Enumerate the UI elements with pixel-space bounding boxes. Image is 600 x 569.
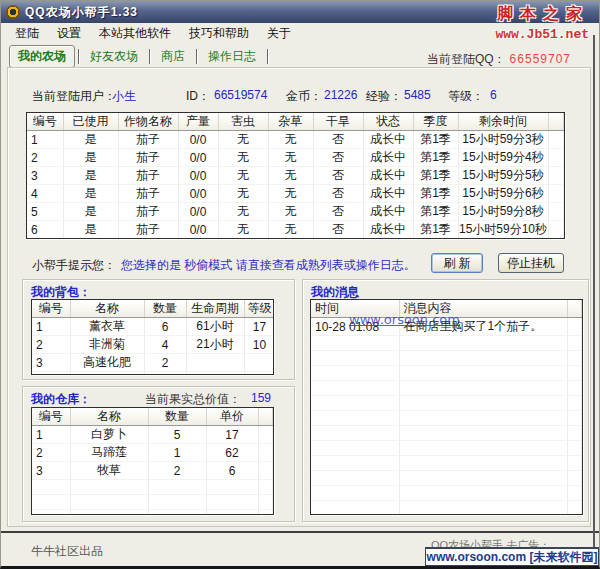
crops-table: 编号已使用作物名称产量害虫杂草干旱状态季度剩余时间1是茄子0/0无无否成长中第1… [27, 113, 564, 239]
column-header[interactable]: 状态 [363, 113, 413, 131]
table-cell: 第1季 [413, 149, 458, 167]
column-header[interactable]: 数量 [144, 300, 186, 318]
table-cell: 无 [268, 203, 313, 221]
table-cell: 0/0 [178, 131, 218, 149]
table-cell [148, 480, 206, 495]
column-header[interactable]: 杂草 [268, 113, 313, 131]
table-cell [567, 456, 582, 471]
table-cell [311, 441, 399, 456]
empty-row [311, 441, 582, 456]
table-cell [27, 239, 63, 240]
table-row[interactable]: 3高速化肥2 [32, 354, 274, 372]
column-header[interactable]: 剩余时间 [458, 113, 548, 131]
menu-item-about[interactable]: 关于 [258, 23, 300, 44]
table-cell: 成长中 [363, 149, 413, 167]
table-cell: 马蹄莲 [70, 444, 148, 462]
table-cell: 成长中 [363, 167, 413, 185]
table-cell: 否 [313, 149, 363, 167]
column-header[interactable] [548, 113, 564, 131]
table-cell: 0/0 [178, 167, 218, 185]
table-row[interactable]: 6是茄子0/0无无否成长中第1季15小时59分10秒 [27, 221, 564, 239]
menu-item-login[interactable]: 登陆 [6, 23, 48, 44]
column-header[interactable]: 作物名称 [118, 113, 178, 131]
table-cell [567, 426, 582, 441]
table-cell [32, 372, 70, 376]
column-header[interactable]: 编号 [27, 113, 63, 131]
watermark-jb51-url: www.Jb51.net [495, 27, 589, 42]
table-cell [363, 239, 413, 240]
table-row[interactable]: 3牧草26 [32, 462, 273, 480]
empty-row [311, 471, 582, 486]
table-cell [399, 471, 567, 486]
column-header[interactable] [567, 300, 582, 318]
column-header[interactable]: 等级 [244, 300, 274, 318]
current-qq-label: 当前登陆QQ： [427, 52, 506, 66]
table-cell: 无 [218, 149, 268, 167]
table-cell [399, 381, 567, 396]
table-row[interactable]: 2是茄子0/0无无否成长中第1季15小时59分4秒 [27, 149, 564, 167]
empty-row [311, 366, 582, 381]
column-header[interactable]: 季度 [413, 113, 458, 131]
tab-my-farm[interactable]: 我的农场 [9, 45, 75, 68]
table-cell: 茄子 [118, 131, 178, 149]
table-cell [206, 480, 258, 495]
empty-row [32, 372, 274, 376]
menu-item-other-software[interactable]: 本站其他软件 [90, 23, 180, 44]
tip-row: 小帮手提示您： 您选择的是 秒偷模式 请直接查看成熟列表或操作日志。 刷 新 停… [8, 253, 590, 275]
table-cell: 6 [144, 318, 186, 336]
table-cell [548, 203, 564, 221]
menu-item-tips-help[interactable]: 技巧和帮助 [180, 23, 258, 44]
table-cell: 成长中 [363, 185, 413, 203]
column-header[interactable]: 名称 [70, 300, 144, 318]
app-window: QQ农场小帮手1.33 脚本之家 www.Jb51.net 登陆 设置 本站其他… [0, 0, 600, 569]
table-cell [311, 351, 399, 366]
table-cell: 无 [218, 203, 268, 221]
warehouse-table-box: 编号名称数量单价1白萝卜5172马蹄莲1623牧草26 [31, 407, 274, 515]
table-row[interactable]: 1白萝卜517 [32, 426, 273, 444]
table-cell: 否 [313, 185, 363, 203]
table-cell [567, 486, 582, 501]
empty-row [311, 381, 582, 396]
table-row[interactable]: 2非洲菊421小时10 [32, 336, 274, 354]
empty-row [311, 426, 582, 441]
table-row[interactable]: 5是茄子0/0无无否成长中第1季15小时59分8秒 [27, 203, 564, 221]
refresh-button[interactable]: 刷 新 [431, 253, 483, 273]
table-cell: 无 [218, 185, 268, 203]
messages-table: 时间消息内容10-28 01:08在商店里购买了1个茄子。 [311, 300, 582, 515]
column-header[interactable] [258, 408, 273, 426]
column-header[interactable]: 名称 [70, 408, 148, 426]
table-cell [258, 444, 273, 462]
table-cell [70, 480, 148, 495]
table-cell: 6 [27, 221, 63, 239]
table-cell [311, 426, 399, 441]
exp-value: 5485 [404, 88, 431, 102]
column-header[interactable]: 单价 [206, 408, 258, 426]
table-row[interactable]: 1是茄子0/0无无否成长中第1季15小时59分3秒 [27, 131, 564, 149]
table-cell [567, 396, 582, 411]
column-header[interactable]: 编号 [32, 408, 70, 426]
menu-item-settings[interactable]: 设置 [48, 23, 90, 44]
table-cell [258, 495, 273, 510]
table-cell [70, 495, 148, 510]
table-cell [148, 510, 206, 516]
table-cell: 第1季 [413, 185, 458, 203]
column-header[interactable]: 干旱 [313, 113, 363, 131]
column-header[interactable]: 数量 [148, 408, 206, 426]
table-cell: 否 [313, 203, 363, 221]
tab-friend-farm[interactable]: 好友农场 [82, 46, 146, 67]
table-row[interactable]: 4是茄子0/0无无否成长中第1季15小时59分6秒 [27, 185, 564, 203]
column-header[interactable]: 编号 [32, 300, 70, 318]
table-cell: 62 [206, 444, 258, 462]
table-cell [567, 318, 582, 336]
tab-operation-log[interactable]: 操作日志 [200, 46, 264, 67]
column-header[interactable]: 生命周期 [186, 300, 244, 318]
table-row[interactable]: 2马蹄莲162 [32, 444, 273, 462]
column-header[interactable]: 产量 [178, 113, 218, 131]
table-row[interactable]: 1薰衣草661小时17 [32, 318, 274, 336]
stop-hangup-button[interactable]: 停止挂机 [498, 253, 564, 273]
table-cell [32, 510, 70, 516]
column-header[interactable]: 害虫 [218, 113, 268, 131]
table-row[interactable]: 3是茄子0/0无无否成长中第1季15小时59分5秒 [27, 167, 564, 185]
tab-shop[interactable]: 商店 [153, 46, 193, 67]
column-header[interactable]: 已使用 [63, 113, 118, 131]
